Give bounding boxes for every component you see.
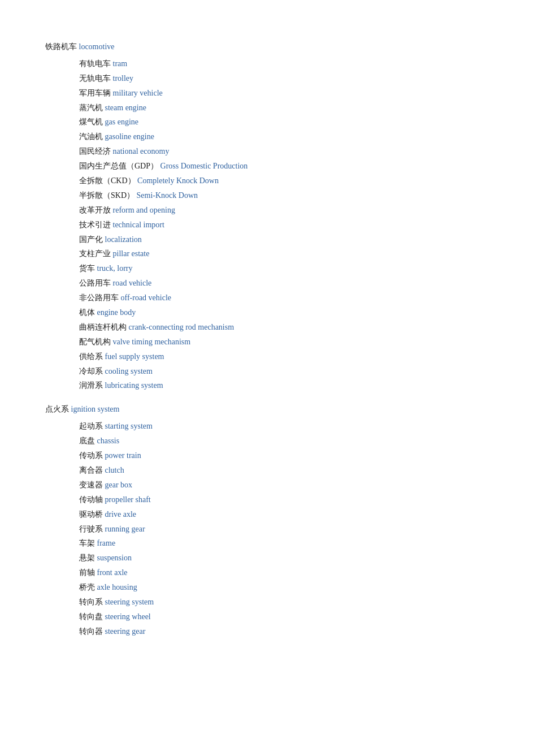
list-item: 技术引进 technical import bbox=[79, 218, 489, 232]
term-chinese: 前轴 bbox=[79, 568, 95, 577]
term-chinese: 国内生产总值（GDP） bbox=[79, 162, 158, 170]
term-english: axle housing bbox=[97, 583, 137, 591]
term-english: fuel supply system bbox=[105, 352, 164, 361]
term-english: lubricating system bbox=[105, 381, 163, 390]
list-item: 转向器 steering gear bbox=[79, 624, 489, 639]
term-english: localization bbox=[105, 235, 142, 244]
term-chinese: 汽油机 bbox=[79, 132, 103, 141]
term-chinese: 半拆散（SKD） bbox=[79, 191, 134, 200]
term-chinese: 冷却系 bbox=[79, 367, 103, 375]
term-english: tram bbox=[113, 59, 128, 68]
list-item: 军用车辆 military vehicle bbox=[79, 86, 489, 101]
list-item: 供给系 fuel supply system bbox=[79, 349, 489, 364]
list-item: 曲柄连杆机构 crank-connecting rod mechanism bbox=[79, 320, 489, 335]
term-chinese: 国民经济 bbox=[79, 147, 111, 155]
term-english: running gear bbox=[105, 525, 145, 533]
term-chinese: 转向器 bbox=[79, 627, 103, 636]
term-english: suspension bbox=[97, 554, 132, 562]
list-item: 底盘 chassis bbox=[79, 434, 489, 448]
section-1-items: 有轨电车 tram无轨电车 trolley军用车辆 military vehic… bbox=[45, 57, 489, 393]
term-english: military vehicle bbox=[113, 89, 163, 97]
term-english: engine body bbox=[97, 308, 136, 317]
list-item: 驱动桥 drive axle bbox=[79, 507, 489, 522]
term-chinese: 悬架 bbox=[79, 554, 95, 562]
list-item: 有轨电车 tram bbox=[79, 57, 489, 71]
term-chinese: 车架 bbox=[79, 539, 95, 547]
list-item: 行驶系 running gear bbox=[79, 522, 489, 537]
list-item: 无轨电车 trolley bbox=[79, 71, 489, 86]
section-2-english: ignition system bbox=[71, 405, 120, 413]
term-chinese: 全拆散（CKD） bbox=[79, 176, 136, 185]
term-chinese: 桥壳 bbox=[79, 583, 95, 591]
term-english: steering wheel bbox=[105, 612, 151, 621]
term-chinese: 底盘 bbox=[79, 437, 95, 445]
section-2-chinese: 点火系 bbox=[45, 405, 69, 413]
term-chinese: 供给系 bbox=[79, 352, 103, 361]
list-item: 支柱产业 pillar estate bbox=[79, 247, 489, 261]
list-item: 全拆散（CKD） Completely Knock Down bbox=[79, 174, 489, 188]
term-chinese: 变速器 bbox=[79, 481, 103, 489]
page-container: 铁路机车 locomotive 有轨电车 tram无轨电车 trolley军用车… bbox=[45, 40, 489, 639]
list-item: 车架 frame bbox=[79, 536, 489, 551]
term-english: power train bbox=[105, 451, 141, 460]
list-item: 传动系 power train bbox=[79, 448, 489, 463]
list-item: 离合器 clutch bbox=[79, 463, 489, 478]
list-item: 转向盘 steering wheel bbox=[79, 610, 489, 624]
list-item: 配气机构 valve timing mechanism bbox=[79, 335, 489, 349]
list-item: 转向系 steering system bbox=[79, 595, 489, 610]
term-chinese: 支柱产业 bbox=[79, 249, 111, 258]
term-english: off-road vehicle bbox=[121, 293, 172, 302]
list-item: 蒸汽机 steam engine bbox=[79, 101, 489, 115]
list-item: 传动轴 propeller shaft bbox=[79, 493, 489, 507]
term-english: starting system bbox=[105, 422, 153, 430]
term-chinese: 润滑系 bbox=[79, 381, 103, 390]
term-english: technical import bbox=[113, 221, 164, 229]
term-chinese: 改革开放 bbox=[79, 206, 111, 214]
list-item: 半拆散（SKD） Semi-Knock Down bbox=[79, 188, 489, 203]
term-english: clutch bbox=[105, 466, 124, 474]
list-item: 国民经济 national economy bbox=[79, 144, 489, 159]
list-item: 起动系 starting system bbox=[79, 419, 489, 434]
term-chinese: 转向系 bbox=[79, 598, 103, 606]
section-2-items: 起动系 starting system底盘 chassis传动系 power t… bbox=[45, 419, 489, 638]
term-english: chassis bbox=[97, 437, 120, 445]
list-item: 国产化 localization bbox=[79, 232, 489, 247]
term-english: gas engine bbox=[105, 118, 138, 126]
term-english: road vehicle bbox=[113, 279, 152, 287]
list-item: 冷却系 cooling system bbox=[79, 364, 489, 379]
term-english: valve timing mechanism bbox=[113, 338, 191, 346]
term-english: steering system bbox=[105, 598, 154, 606]
list-item: 货车 truck, lorry bbox=[79, 261, 489, 276]
term-chinese: 机体 bbox=[79, 308, 95, 317]
term-english: steering gear bbox=[105, 627, 146, 636]
list-item: 悬架 suspension bbox=[79, 551, 489, 565]
term-chinese: 煤气机 bbox=[79, 118, 103, 126]
term-chinese: 行驶系 bbox=[79, 525, 103, 533]
term-chinese: 非公路用车 bbox=[79, 293, 119, 302]
list-item: 前轴 front axle bbox=[79, 565, 489, 580]
section-2-title: 点火系 ignition system bbox=[45, 402, 489, 417]
term-english: trolley bbox=[113, 74, 134, 83]
term-english: truck, lorry bbox=[97, 264, 133, 273]
term-english: steam engine bbox=[105, 103, 146, 112]
term-chinese: 无轨电车 bbox=[79, 74, 111, 83]
term-english: crank-connecting rod mechanism bbox=[129, 323, 235, 331]
list-item: 桥壳 axle housing bbox=[79, 580, 489, 595]
term-english: Completely Knock Down bbox=[137, 176, 219, 185]
term-english: pillar estate bbox=[113, 249, 150, 258]
term-english: Semi-Knock Down bbox=[137, 191, 198, 200]
term-english: drive axle bbox=[105, 510, 137, 519]
term-english: cooling system bbox=[105, 367, 153, 375]
term-english: national economy bbox=[113, 147, 170, 155]
list-item: 煤气机 gas engine bbox=[79, 115, 489, 129]
section-1-english: locomotive bbox=[79, 42, 115, 51]
list-item: 非公路用车 off-road vehicle bbox=[79, 291, 489, 305]
term-chinese: 有轨电车 bbox=[79, 59, 111, 68]
term-chinese: 技术引进 bbox=[79, 221, 111, 229]
list-item: 机体 engine body bbox=[79, 305, 489, 320]
term-chinese: 公路用车 bbox=[79, 279, 111, 287]
term-english: front axle bbox=[97, 568, 128, 577]
list-item: 汽油机 gasoline engine bbox=[79, 129, 489, 144]
list-item: 国内生产总值（GDP） Gross Domestic Production bbox=[79, 159, 489, 174]
section-1-chinese: 铁路机车 bbox=[45, 42, 77, 51]
